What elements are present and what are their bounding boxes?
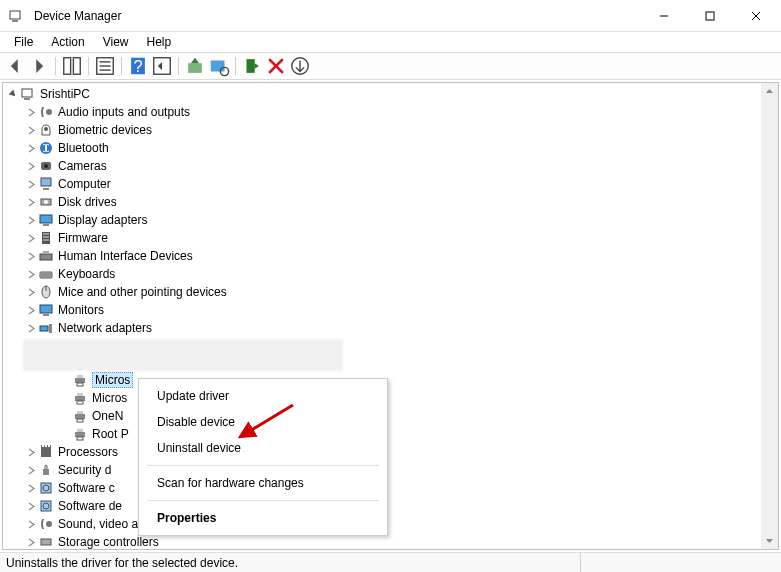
maximize-button[interactable]	[687, 1, 733, 31]
tree-device[interactable]: Micros	[3, 371, 778, 389]
add-legacy-button[interactable]	[289, 55, 311, 77]
chevron-right-icon[interactable]	[25, 322, 37, 334]
properties-button[interactable]	[94, 55, 116, 77]
tree-category[interactable]: Sound, video and game controllers	[3, 515, 778, 533]
toolbar-sep	[178, 57, 179, 75]
menu-view[interactable]: View	[95, 34, 137, 50]
tree-category[interactable]: Processors	[3, 443, 778, 461]
tree-device-label: Micros	[92, 391, 127, 405]
tree-category[interactable]: Keyboards	[3, 265, 778, 283]
help-button[interactable]: ?	[127, 55, 149, 77]
tree-category[interactable]: Software c	[3, 479, 778, 497]
ctx-uninstall-device[interactable]: Uninstall device	[139, 435, 387, 461]
chevron-right-icon[interactable]	[25, 178, 37, 190]
expander-blank	[59, 392, 71, 404]
statusbar-text: Uninstalls the driver for the selected d…	[6, 556, 238, 570]
menu-help[interactable]: Help	[139, 34, 180, 50]
chevron-right-icon[interactable]	[25, 518, 37, 530]
chevron-right-icon[interactable]	[25, 232, 37, 244]
tree-category[interactable]: Biometric devices	[3, 121, 778, 139]
tree-category[interactable]: Human Interface Devices	[3, 247, 778, 265]
tree-category[interactable]: Disk drives	[3, 193, 778, 211]
tree-category[interactable]: Cameras	[3, 157, 778, 175]
scan-hardware-button[interactable]	[208, 55, 230, 77]
chevron-right-icon[interactable]	[25, 446, 37, 458]
show-hide-tree-button[interactable]	[61, 55, 83, 77]
tree-device[interactable]: Root P	[3, 425, 778, 443]
svg-rect-59	[75, 432, 85, 437]
category-icon	[38, 534, 54, 550]
svg-point-32	[44, 200, 48, 204]
back-button[interactable]	[4, 55, 26, 77]
chevron-right-icon[interactable]	[25, 214, 37, 226]
category-icon	[38, 320, 54, 336]
update-driver-button[interactable]	[184, 55, 206, 77]
tree-category[interactable]: Monitors	[3, 301, 778, 319]
chevron-right-icon[interactable]	[25, 464, 37, 476]
tree-category[interactable]: Security d	[3, 461, 778, 479]
svg-rect-23	[24, 98, 30, 100]
svg-rect-55	[77, 401, 83, 404]
menu-file[interactable]: File	[6, 34, 41, 50]
minimize-button[interactable]	[641, 1, 687, 31]
chevron-right-icon[interactable]	[25, 500, 37, 512]
chevron-right-icon[interactable]	[25, 196, 37, 208]
chevron-right-icon[interactable]	[25, 536, 37, 548]
category-icon	[38, 444, 54, 460]
chevron-right-icon[interactable]	[25, 106, 37, 118]
close-button[interactable]	[733, 1, 779, 31]
expand-icon[interactable]	[7, 88, 19, 100]
svg-rect-16	[211, 61, 225, 72]
enable-device-button[interactable]	[241, 55, 263, 77]
svg-rect-52	[77, 383, 83, 386]
category-icon	[38, 212, 54, 228]
svg-rect-53	[75, 396, 85, 401]
tree-category[interactable]: Display adapters	[3, 211, 778, 229]
action-button[interactable]	[151, 55, 173, 77]
tree-category[interactable]: Bluetooth	[3, 139, 778, 157]
ctx-disable-device[interactable]: Disable device	[139, 409, 387, 435]
scroll-down-button[interactable]	[761, 532, 778, 549]
ctx-properties[interactable]: Properties	[139, 505, 387, 531]
chevron-right-icon[interactable]	[25, 286, 37, 298]
tree-root[interactable]: SrishtiPC	[3, 85, 778, 103]
vertical-scrollbar[interactable]	[761, 83, 778, 549]
svg-rect-46	[40, 305, 52, 313]
tree-category[interactable]: Audio inputs and outputs	[3, 103, 778, 121]
forward-button[interactable]	[28, 55, 50, 77]
menu-action[interactable]: Action	[43, 34, 92, 50]
tree-category[interactable]: Mice and other pointing devices	[3, 283, 778, 301]
ctx-update-driver[interactable]: Update driver	[139, 383, 387, 409]
scroll-up-button[interactable]	[761, 83, 778, 100]
category-icon	[38, 302, 54, 318]
chevron-right-icon[interactable]	[25, 142, 37, 154]
chevron-right-icon[interactable]	[25, 160, 37, 172]
chevron-right-icon[interactable]	[25, 482, 37, 494]
titlebar-left: Device Manager	[8, 8, 121, 24]
chevron-right-icon[interactable]	[25, 250, 37, 262]
tree-category-label: Security d	[58, 463, 111, 477]
tree-device[interactable]: OneN	[3, 407, 778, 425]
tree-category[interactable]: Software de	[3, 497, 778, 515]
tree-category-label: Monitors	[58, 303, 104, 317]
svg-rect-34	[43, 224, 49, 226]
ctx-scan-hardware[interactable]: Scan for hardware changes	[139, 470, 387, 496]
device-tree-panel: SrishtiPC Audio inputs and outputsBiomet…	[2, 82, 779, 550]
app-icon	[8, 8, 24, 24]
tree-category[interactable]: Computer	[3, 175, 778, 193]
svg-point-25	[44, 127, 48, 131]
chevron-right-icon[interactable]	[25, 124, 37, 136]
expander-blank	[59, 428, 71, 440]
svg-rect-63	[41, 445, 42, 447]
chevron-right-icon[interactable]	[25, 268, 37, 280]
tree-category[interactable]: Firmware	[3, 229, 778, 247]
printer-icon	[72, 390, 88, 406]
tree-category[interactable]: Storage controllers	[3, 533, 778, 550]
category-icon	[38, 104, 54, 120]
svg-rect-47	[43, 314, 49, 316]
uninstall-device-button[interactable]	[265, 55, 287, 77]
tree-device[interactable]: Micros	[3, 389, 778, 407]
category-icon	[38, 194, 54, 210]
chevron-right-icon[interactable]	[25, 304, 37, 316]
tree-category[interactable]: Network adapters	[3, 319, 778, 337]
